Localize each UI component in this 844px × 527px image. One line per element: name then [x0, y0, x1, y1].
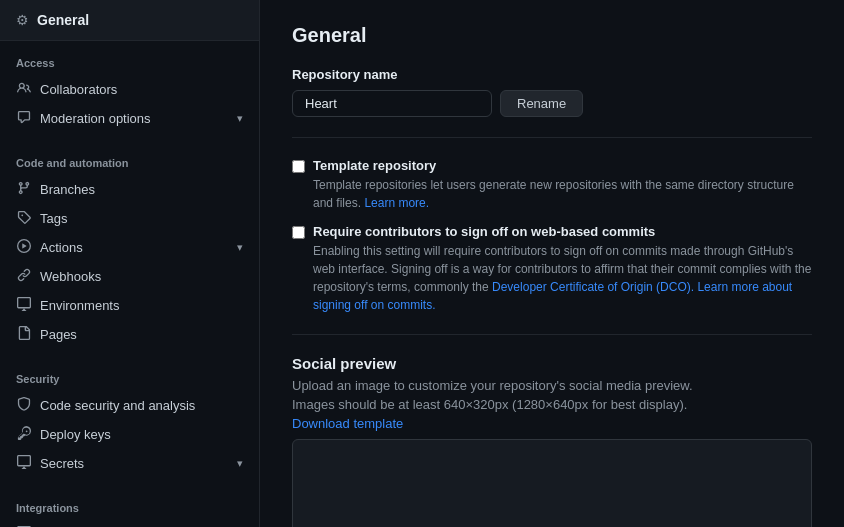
sidebar-item-branches[interactable]: Branches	[0, 175, 259, 204]
chevron-down-icon: ▾	[237, 112, 243, 125]
sidebar-item-webhooks[interactable]: Webhooks	[0, 262, 259, 291]
repo-name-row: Rename	[292, 90, 812, 117]
sidebar-section-code-automation: Code and automation Branches Tags	[0, 141, 259, 357]
sidebar-item-label-environments: Environments	[40, 298, 119, 313]
template-repo-label: Template repository	[313, 158, 812, 173]
sidebar-section-access: Access Collaborators Moderation options …	[0, 41, 259, 141]
sidebar-item-label-branches: Branches	[40, 182, 95, 197]
sidebar-item-label-tags: Tags	[40, 211, 67, 226]
template-repo-desc: Template repositories let users generate…	[313, 178, 794, 210]
sidebar-item-label-secrets: Secrets	[40, 456, 84, 471]
sidebar-item-pages[interactable]: Pages	[0, 320, 259, 349]
download-template-link[interactable]: Download template	[292, 416, 812, 431]
secrets-icon	[16, 455, 32, 472]
deploy-keys-icon	[16, 426, 32, 443]
sidebar-item-environments[interactable]: Environments	[0, 291, 259, 320]
webhooks-icon	[16, 268, 32, 285]
secrets-chevron-icon: ▾	[237, 457, 243, 470]
sidebar-item-collaborators[interactable]: Collaborators	[0, 75, 259, 104]
template-repo-row: Template repository Template repositorie…	[292, 158, 812, 212]
sidebar-item-label-moderation: Moderation options	[40, 111, 151, 126]
sidebar-item-label-code-security: Code security and analysis	[40, 398, 195, 413]
sidebar-item-label-pages: Pages	[40, 327, 77, 342]
environments-icon	[16, 297, 32, 314]
sidebar-section-label-access: Access	[0, 57, 259, 75]
sidebar-section-security: Security Code security and analysis Depl…	[0, 357, 259, 486]
sidebar-section-integrations: Integrations GitHub apps Email notificat…	[0, 486, 259, 527]
rename-button[interactable]: Rename	[500, 90, 583, 117]
actions-chevron-icon: ▾	[237, 241, 243, 254]
social-preview-box	[292, 439, 812, 527]
sidebar-item-actions[interactable]: Actions ▾	[0, 233, 259, 262]
gear-icon: ⚙	[16, 12, 29, 28]
contributors-label: Require contributors to sign off on web-…	[313, 224, 812, 239]
divider-1	[292, 137, 812, 138]
sidebar-section-label-security: Security	[0, 373, 259, 391]
pages-icon	[16, 326, 32, 343]
sidebar-item-label-actions: Actions	[40, 240, 83, 255]
code-security-icon	[16, 397, 32, 414]
social-preview-desc: Upload an image to customize your reposi…	[292, 378, 812, 393]
main-content: General Repository name Rename Template …	[260, 0, 844, 527]
contributors-row: Require contributors to sign off on web-…	[292, 224, 812, 314]
tags-icon	[16, 210, 32, 227]
collaborators-icon	[16, 81, 32, 98]
social-preview-section: Social preview Upload an image to custom…	[292, 355, 812, 527]
template-repo-checkbox[interactable]	[292, 160, 305, 173]
sidebar-item-tags[interactable]: Tags	[0, 204, 259, 233]
sidebar-section-label-code: Code and automation	[0, 157, 259, 175]
social-preview-img-note: Images should be at least 640×320px (128…	[292, 397, 812, 412]
sidebar-header: ⚙ General	[0, 0, 259, 41]
actions-icon	[16, 239, 32, 256]
repo-name-section: Repository name Rename	[292, 67, 812, 117]
sidebar-item-label-deploy-keys: Deploy keys	[40, 427, 111, 442]
sidebar-item-moderation-options[interactable]: Moderation options ▾	[0, 104, 259, 133]
contributors-checkbox[interactable]	[292, 226, 305, 239]
sidebar-item-code-security[interactable]: Code security and analysis	[0, 391, 259, 420]
repo-name-label: Repository name	[292, 67, 812, 82]
contributors-dco-link[interactable]: Developer Certificate of Origin (DCO).	[492, 280, 694, 294]
sidebar-item-secrets[interactable]: Secrets ▾	[0, 449, 259, 478]
social-preview-title: Social preview	[292, 355, 812, 372]
contributors-desc: Enabling this setting will require contr…	[313, 244, 811, 312]
moderation-icon	[16, 110, 32, 127]
sidebar-item-deploy-keys[interactable]: Deploy keys	[0, 420, 259, 449]
sidebar-item-label-webhooks: Webhooks	[40, 269, 101, 284]
sidebar-section-label-integrations: Integrations	[0, 502, 259, 520]
template-repo-link[interactable]: Learn more.	[364, 196, 429, 210]
repo-name-input[interactable]	[292, 90, 492, 117]
sidebar-header-title: General	[37, 12, 89, 28]
branches-icon	[16, 181, 32, 198]
divider-2	[292, 334, 812, 335]
sidebar-item-github-apps[interactable]: GitHub apps	[0, 520, 259, 527]
sidebar-item-label-collaborators: Collaborators	[40, 82, 117, 97]
sidebar: ⚙ General Access Collaborators Moderatio…	[0, 0, 260, 527]
page-title: General	[292, 24, 812, 47]
